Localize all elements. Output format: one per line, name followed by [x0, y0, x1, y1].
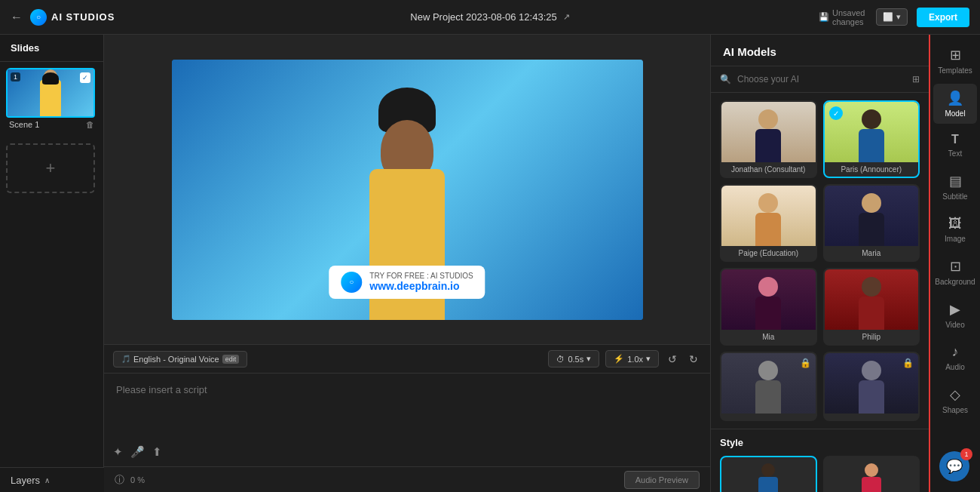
- model-card-locked-2[interactable]: 🔒: [823, 352, 920, 421]
- background-label: Background: [935, 278, 975, 286]
- cloud-icon: 💾: [819, 12, 829, 22]
- text-icon: T: [951, 133, 959, 146]
- script-controls: 🎵 English - Original Voice edit ⏱ 0.5s ▾…: [104, 344, 710, 373]
- model-card-philip[interactable]: Philip: [823, 268, 920, 346]
- add-slide-button[interactable]: +: [6, 143, 95, 193]
- project-title: New Project 2023-08-06 12:43:25: [410, 11, 556, 23]
- model-name-locked-2: [825, 414, 919, 420]
- watermark-logo: ○: [341, 272, 362, 293]
- style-card-dark[interactable]: [720, 456, 817, 492]
- lock-icon: 🔒: [800, 358, 811, 368]
- slide-number-badge: 1: [11, 72, 20, 81]
- style-header: Style: [720, 437, 920, 448]
- text-label: Text: [948, 149, 962, 158]
- unsaved-status: 💾 Unsaved changes: [819, 8, 867, 26]
- slide-delete-icon[interactable]: 🗑: [86, 120, 94, 129]
- model-card-paige[interactable]: Paige (Education): [720, 184, 817, 262]
- model-search-input[interactable]: [737, 74, 906, 85]
- canvas-area: ○ TRY FOR FREE : AI STUDIOS www.deepbrai…: [104, 35, 710, 492]
- audio-preview-button[interactable]: Audio Preview: [624, 471, 700, 489]
- model-card-locked-1[interactable]: 🔒: [720, 352, 817, 421]
- style-section: Style Full: [711, 429, 929, 492]
- model-name-locked-1: [721, 414, 816, 420]
- background-icon: ⊡: [950, 258, 961, 275]
- slides-panel: Slides 1 ✓ Scene 1 🗑 + Layers ∧: [0, 35, 104, 492]
- far-right-toolbar: ⊞ Templates 👤 Model T Text ▤ Subtitle 🖼 …: [929, 35, 980, 492]
- ai-script-button[interactable]: ✦: [113, 445, 123, 459]
- canvas-viewport: ○ TRY FOR FREE : AI STUDIOS www.deepbrai…: [104, 35, 710, 344]
- model-card-jonathan[interactable]: Jonathan (Consultant): [720, 100, 817, 178]
- filter-icon[interactable]: ⊞: [912, 74, 920, 85]
- speed-button[interactable]: ⚡ 1.0x ▾: [605, 350, 659, 367]
- script-toolbar: ✦ 🎤 ⬆: [113, 445, 162, 459]
- toolbar-item-model[interactable]: 👤 Model: [933, 84, 977, 124]
- language-flag-icon: 🎵: [121, 355, 130, 363]
- canvas-frame: ○ TRY FOR FREE : AI STUDIOS www.deepbrai…: [172, 60, 643, 320]
- file-upload-button[interactable]: ⬆: [152, 445, 162, 459]
- model-card-maria[interactable]: Maria: [823, 184, 920, 262]
- toolbar-item-shapes[interactable]: ◇ Shapes: [933, 380, 977, 420]
- topbar: ← ○ AI STUDIOS New Project 2023-08-06 12…: [0, 0, 980, 35]
- ai-models-panel: AI Models 🔍 ⊞ Jonathan (Consultant): [710, 35, 929, 492]
- chat-button[interactable]: 💬 1: [939, 451, 969, 481]
- chevron-down-icon: ▾: [896, 12, 901, 22]
- redo-button[interactable]: ↻: [686, 350, 701, 368]
- model-card-paris[interactable]: ✓ Paris (Announcer): [823, 100, 920, 178]
- info-icon[interactable]: ⓘ: [115, 473, 124, 487]
- logo-icon: ○: [30, 9, 47, 26]
- slide-check-badge: ✓: [80, 72, 90, 83]
- watermark-url: www.deepbrain.io: [369, 280, 473, 292]
- search-icon: 🔍: [720, 74, 731, 85]
- duration-button[interactable]: ⏱ 0.5s ▾: [548, 350, 599, 367]
- model-name-mia: Mia: [721, 330, 816, 344]
- style-card-red[interactable]: [823, 456, 920, 492]
- audio-upload-button[interactable]: 🎤: [130, 445, 145, 459]
- subtitle-label: Subtitle: [942, 192, 967, 201]
- external-link-icon[interactable]: ↗: [563, 12, 570, 22]
- slide-figure-body: [40, 80, 61, 116]
- toolbar-item-image[interactable]: 🖼 Image: [933, 210, 977, 249]
- model-name-paige: Paige (Education): [721, 246, 816, 260]
- lang-edit-icon: edit: [222, 355, 240, 364]
- duration-chevron-icon: ▾: [586, 354, 591, 364]
- model-search: 🔍 ⊞: [711, 66, 929, 93]
- slide-thumbnail: 1 ✓: [6, 68, 95, 118]
- layers-panel[interactable]: Layers ∧: [0, 467, 104, 492]
- speed-icon: ⚡: [614, 354, 624, 364]
- toolbar-item-text[interactable]: T Text: [933, 127, 977, 164]
- image-label: Image: [945, 235, 966, 243]
- model-name-paris: Paris (Announcer): [825, 162, 919, 177]
- toolbar-item-audio[interactable]: ♪ Audio: [933, 338, 977, 377]
- video-icon: ▶: [950, 301, 960, 318]
- slide-item[interactable]: 1 ✓ Scene 1 🗑: [6, 68, 97, 131]
- toolbar-item-templates[interactable]: ⊞ Templates: [933, 41, 977, 81]
- topbar-center: New Project 2023-08-06 12:43:25 ↗: [161, 11, 819, 23]
- topbar-left: ← ○ AI STUDIOS: [11, 9, 161, 26]
- speed-chevron-icon: ▾: [646, 354, 651, 364]
- undo-button[interactable]: ↺: [665, 350, 680, 368]
- toolbar-item-subtitle[interactable]: ▤ Subtitle: [933, 167, 977, 207]
- back-button[interactable]: ←: [11, 11, 23, 24]
- script-input[interactable]: [104, 374, 710, 464]
- language-button[interactable]: 🎵 English - Original Voice edit: [113, 351, 247, 367]
- model-card-mia[interactable]: Mia: [720, 268, 817, 346]
- layers-label: Layers: [11, 475, 40, 486]
- slides-header: Slides: [0, 35, 103, 62]
- logo-text: AI STUDIOS: [51, 11, 115, 23]
- shapes-icon: ◇: [950, 386, 960, 403]
- toolbar-item-background[interactable]: ⊡ Background: [933, 252, 977, 292]
- ai-models-header: AI Models: [711, 35, 929, 66]
- lock-icon-2: 🔒: [902, 358, 914, 368]
- script-area: ✦ 🎤 ⬆: [104, 373, 710, 466]
- bottom-bar: ⓘ 0 % Audio Preview: [104, 466, 710, 492]
- aspect-ratio-button[interactable]: ⬜ ▾: [876, 8, 908, 26]
- export-button[interactable]: Export: [917, 8, 969, 27]
- watermark-overlay: ○ TRY FOR FREE : AI STUDIOS www.deepbrai…: [329, 266, 485, 299]
- toolbar-item-video[interactable]: ▶ Video: [933, 295, 977, 335]
- audio-icon: ♪: [952, 344, 959, 360]
- clock-icon: ⏱: [556, 355, 565, 364]
- model-name-jonathan: Jonathan (Consultant): [721, 162, 816, 177]
- subtitle-icon: ▤: [949, 173, 962, 189]
- image-icon: 🖼: [948, 216, 962, 232]
- selected-check-icon: ✓: [829, 106, 843, 120]
